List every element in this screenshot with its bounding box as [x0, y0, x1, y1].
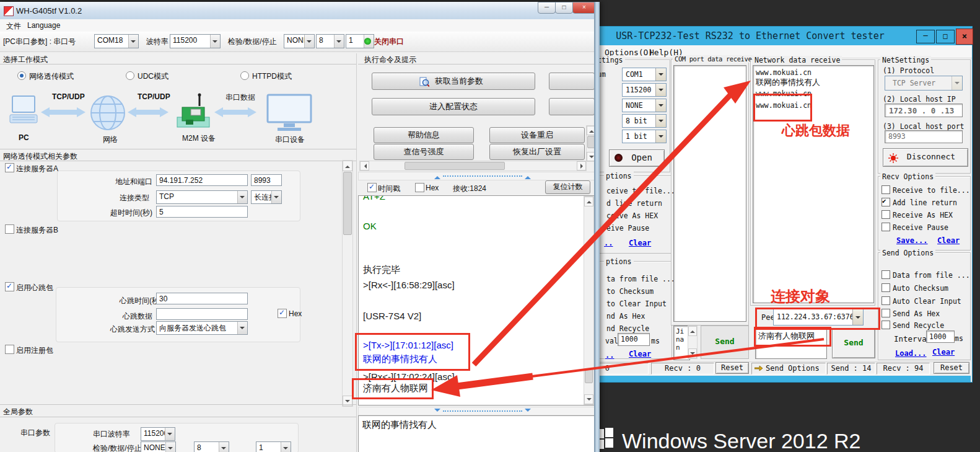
splitter-collapse-icon[interactable]	[525, 409, 531, 415]
reset-count-button[interactable]: 复位计数	[545, 180, 590, 194]
splitter-collapse-icon[interactable]	[525, 173, 531, 179]
server-a-checkbox[interactable]	[5, 163, 14, 172]
right-maximize-button[interactable]: □	[936, 30, 955, 43]
menu-file[interactable]: 文件	[6, 21, 21, 32]
exec-scrollbar-horizontal[interactable]	[359, 161, 587, 171]
conn-type-select[interactable]: TCP	[156, 190, 248, 204]
timestamp-checkbox[interactable]	[367, 183, 377, 192]
parity-select[interactable]: NONI	[284, 34, 315, 48]
register-checkbox[interactable]	[5, 345, 14, 354]
dropdown-arrow-icon[interactable]	[210, 35, 220, 48]
com-save-link[interactable]: ..	[604, 239, 613, 247]
com-send-button[interactable]: Send	[701, 326, 749, 359]
partial-button[interactable]	[549, 98, 595, 115]
send-as-hex-checkbox[interactable]	[882, 309, 890, 317]
left-minimize-button[interactable]: ─	[538, 2, 556, 14]
heartbeat-checkbox[interactable]	[5, 282, 14, 291]
scroll-right-icon[interactable]	[577, 161, 586, 171]
dropdown-arrow-icon[interactable]	[334, 35, 344, 48]
dropdown-arrow-icon[interactable]	[271, 191, 281, 203]
com-databits-select[interactable]: 8 bit	[622, 114, 667, 128]
global-stopbits-select[interactable]: 1	[256, 441, 291, 452]
splitter-collapse-icon[interactable]	[434, 409, 440, 415]
open-button[interactable]: Open	[609, 149, 665, 167]
com-clear-link[interactable]: Clear	[629, 239, 651, 247]
send-recycle-checkbox[interactable]	[882, 321, 890, 329]
receive-as-hex-checkbox[interactable]	[882, 210, 890, 219]
close-serial-button[interactable]: 关闭串口	[374, 37, 404, 47]
mode-httpd-radio[interactable]	[240, 71, 249, 80]
reset-right-button[interactable]: Reset	[934, 362, 969, 374]
receive-pause-checkbox[interactable]	[882, 223, 890, 231]
scroll-down-icon[interactable]	[688, 348, 697, 358]
auto-checksum-checkbox[interactable]	[882, 283, 890, 292]
global-baud-select[interactable]: 115200	[141, 427, 175, 441]
add-line-return-checkbox[interactable]	[882, 198, 890, 206]
scroll-up-icon[interactable]	[688, 326, 697, 336]
global-databits-select[interactable]: 8	[194, 441, 229, 452]
com-interval-input[interactable]: 1000	[618, 333, 650, 346]
global-parity-select[interactable]: NONE	[141, 441, 176, 452]
device-restart-button[interactable]: 设备重启	[489, 127, 585, 143]
clear-send-link[interactable]: Clear	[932, 348, 955, 357]
scrollbar-thumb[interactable]	[405, 162, 505, 170]
hb-time-input[interactable]: 30	[156, 293, 248, 304]
com-stopbits-select[interactable]: 1 bit	[622, 130, 667, 143]
net-send-button[interactable]: Send	[832, 329, 875, 358]
com-clear-input-link[interactable]: Clear	[629, 350, 651, 358]
right-close-button[interactable]: ×	[956, 29, 973, 45]
server-a-port-input[interactable]: 8993	[251, 174, 282, 186]
dropdown-arrow-icon[interactable]	[237, 322, 247, 334]
dropdown-arrow-icon[interactable]	[281, 442, 291, 452]
receive-to-file-checkbox[interactable]	[882, 185, 890, 194]
save-link[interactable]: Save...	[896, 236, 928, 245]
splitter-collapse-icon[interactable]	[434, 173, 440, 179]
serial-port-select[interactable]: COM18	[94, 34, 139, 48]
dropdown-arrow-icon[interactable]	[655, 99, 666, 112]
help-info-button[interactable]: 帮助信息	[374, 127, 474, 143]
splitter-handle[interactable]	[443, 175, 522, 177]
left-close-button[interactable]: ×	[572, 2, 596, 14]
menu-language[interactable]: Language	[27, 21, 60, 30]
com-load-link[interactable]: ..	[605, 351, 614, 360]
dropdown-arrow-icon[interactable]	[655, 84, 666, 96]
com-send-scrollbar[interactable]	[688, 326, 698, 359]
dropdown-arrow-icon[interactable]	[128, 35, 138, 48]
get-params-button[interactable]: 获取当前参数	[372, 73, 535, 90]
local-ip-input[interactable]: 172.30 . 0 .13	[885, 104, 963, 117]
hb-hex-checkbox[interactable]	[278, 309, 287, 318]
hb-mode-select[interactable]: 向服务器发送心跳包	[156, 321, 248, 335]
left-maximize-button[interactable]: □	[555, 2, 573, 14]
left-pane-scrollbar[interactable]	[342, 160, 353, 407]
scrollbar-thumb[interactable]	[585, 368, 593, 383]
load-link[interactable]: Load...	[895, 349, 927, 358]
dropdown-arrow-icon[interactable]	[655, 130, 666, 143]
hb-data-input[interactable]	[156, 308, 248, 320]
dropdown-arrow-icon[interactable]	[655, 115, 666, 127]
scroll-up-icon[interactable]	[584, 197, 593, 206]
server-b-checkbox[interactable]	[5, 224, 14, 234]
log-scrollbar[interactable]	[584, 196, 594, 405]
databits-select[interactable]: 8	[316, 34, 344, 48]
data-from-file-checkbox[interactable]	[882, 270, 890, 279]
dropdown-arrow-icon[interactable]	[952, 76, 962, 90]
dropdown-arrow-icon[interactable]	[219, 442, 229, 452]
protocol-select[interactable]: TCP Server	[885, 76, 963, 91]
splitter-handle[interactable]	[443, 410, 522, 412]
status-send-options[interactable]: Send Options	[751, 363, 826, 374]
right-minimize-button[interactable]: ─	[916, 30, 935, 43]
com-parity-select[interactable]: NONE	[622, 99, 667, 112]
factory-reset-button[interactable]: 恢复出厂设置	[489, 144, 585, 160]
splitter-top[interactable]	[358, 172, 596, 180]
send-input-area[interactable]: 联网的事情找有人	[358, 415, 595, 452]
scroll-up-icon[interactable]	[343, 161, 352, 171]
dropdown-arrow-icon[interactable]	[304, 35, 314, 48]
mode-net-radio[interactable]	[17, 71, 26, 80]
hex-checkbox[interactable]	[415, 183, 424, 192]
auto-clear-input-checkbox[interactable]	[882, 296, 890, 305]
dropdown-arrow-icon[interactable]	[165, 428, 175, 440]
log-output[interactable]: AT+Z OK 执行完毕 >[Rx<-][16:58:29][asc] [USR…	[358, 195, 595, 405]
local-port-input[interactable]: 8993	[885, 130, 963, 143]
com-baud-select[interactable]: 115200	[622, 83, 667, 97]
scroll-left-icon[interactable]	[360, 161, 369, 171]
